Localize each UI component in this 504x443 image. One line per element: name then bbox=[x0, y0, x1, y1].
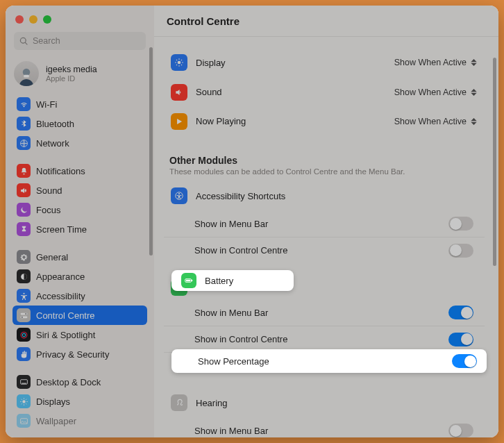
battery-highlight: Battery bbox=[171, 270, 294, 291]
sidebar-item-wallpaper[interactable]: Wallpaper bbox=[12, 411, 147, 431]
display-row[interactable]: Display Show When Active bbox=[164, 48, 485, 77]
battery-cc-toggle[interactable] bbox=[448, 333, 473, 346]
battery-menubar-toggle[interactable] bbox=[448, 306, 473, 319]
sidebar-item-network[interactable]: Network bbox=[12, 133, 147, 153]
hearing-header: Hearing bbox=[164, 388, 485, 417]
gear-icon bbox=[19, 253, 28, 262]
sidebar-item-wifi[interactable]: Wi-Fi bbox=[12, 94, 147, 114]
play-icon bbox=[174, 117, 184, 126]
sidebar-item-label: Wallpaper bbox=[36, 416, 76, 426]
wifi-icon bbox=[19, 100, 28, 109]
svg-point-0 bbox=[23, 69, 31, 76]
search-placeholder: Search bbox=[33, 36, 60, 46]
svg-rect-12 bbox=[22, 383, 26, 383]
svg-line-29 bbox=[181, 65, 182, 65]
sidebar-item-label: Sound bbox=[36, 185, 62, 196]
sidebar-item-displays[interactable]: Displays bbox=[12, 392, 147, 411]
svg-line-30 bbox=[181, 60, 182, 60]
always-show-panel: Display Show When Active Sound Show When… bbox=[164, 48, 485, 135]
profile-name: igeeks media bbox=[46, 65, 97, 74]
sidebar-item-label: Wi-Fi bbox=[36, 99, 57, 110]
minimize-window-button[interactable] bbox=[29, 15, 37, 24]
bell-icon bbox=[19, 167, 28, 176]
apple-id-profile[interactable]: igeeks media Apple ID bbox=[6, 57, 154, 94]
accessibility-menubar-row: Show in Menu Bar bbox=[164, 210, 485, 237]
maximize-window-button[interactable] bbox=[43, 15, 51, 24]
sidebar-item-notifications[interactable]: Notifications bbox=[12, 161, 147, 181]
content-scroll[interactable]: Display Show When Active Sound Show When… bbox=[154, 37, 498, 437]
other-modules-heading: Other Modules These modules can be added… bbox=[154, 148, 490, 177]
sound-dropdown[interactable]: Show When Active bbox=[394, 87, 478, 97]
svg-line-28 bbox=[176, 60, 177, 60]
sidebar-item-label: Desktop & Dock bbox=[36, 377, 101, 387]
row-label: Sound bbox=[196, 87, 386, 97]
sidebar-list: Wi-Fi Bluetooth Network Notifications So… bbox=[6, 94, 154, 437]
nowplaying-dropdown[interactable]: Show When Active bbox=[394, 117, 478, 126]
sidebar-item-sound[interactable]: Sound bbox=[12, 181, 147, 200]
sound-row[interactable]: Sound Show When Active bbox=[164, 77, 485, 106]
sidebar-item-appearance[interactable]: Appearance bbox=[12, 267, 147, 286]
svg-rect-36 bbox=[192, 280, 192, 281]
accessibility-header: Accessibility Shortcuts bbox=[164, 181, 485, 210]
content-scrollbar[interactable] bbox=[493, 58, 496, 266]
speaker-icon bbox=[19, 186, 28, 195]
svg-rect-1 bbox=[24, 75, 29, 78]
sidebar-item-siri[interactable]: Siri & Spotlight bbox=[12, 325, 147, 344]
sidebar-item-label: Displays bbox=[36, 396, 70, 407]
display-dropdown[interactable]: Show When Active bbox=[394, 58, 478, 67]
accessibility-cc-row: Show in Control Centre bbox=[164, 237, 485, 263]
sidebar-item-label: Notifications bbox=[36, 166, 85, 176]
sidebar-item-label: Bluetooth bbox=[36, 119, 74, 129]
appearance-icon bbox=[19, 272, 28, 281]
page-title: Control Centre bbox=[154, 6, 498, 37]
svg-line-18 bbox=[21, 399, 22, 399]
sidebar-item-focus[interactable]: Focus bbox=[12, 200, 147, 219]
accessibility-icon bbox=[174, 191, 184, 201]
svg-point-4 bbox=[23, 292, 24, 294]
sidebar-item-label: Siri & Spotlight bbox=[36, 330, 95, 340]
sidebar-item-general[interactable]: General bbox=[12, 247, 147, 267]
module-title: Hearing bbox=[196, 398, 478, 408]
sidebar-item-label: Focus bbox=[36, 205, 60, 215]
nowplaying-row[interactable]: Now Playing Show When Active bbox=[164, 106, 485, 135]
moon-icon bbox=[19, 206, 28, 215]
accessibility-cc-toggle[interactable] bbox=[448, 244, 473, 258]
bluetooth-icon bbox=[19, 119, 28, 128]
hearing-menubar-toggle[interactable] bbox=[448, 424, 473, 437]
module-title: Accessibility Shortcuts bbox=[196, 191, 478, 201]
sidebar-scrollbar[interactable] bbox=[149, 47, 153, 256]
hand-icon bbox=[19, 350, 28, 359]
search-input[interactable]: Search bbox=[14, 32, 146, 50]
search-icon bbox=[19, 37, 28, 46]
sidebar-item-screentime[interactable]: Screen Time bbox=[12, 219, 147, 239]
accessibility-menubar-toggle[interactable] bbox=[448, 217, 473, 231]
speaker-icon bbox=[174, 87, 184, 97]
show-percentage-toggle[interactable] bbox=[452, 354, 477, 368]
ear-icon bbox=[174, 398, 184, 408]
close-window-button[interactable] bbox=[15, 15, 24, 24]
row-label: Display bbox=[196, 58, 386, 68]
hearing-menubar-row: Show in Menu Bar bbox=[164, 417, 485, 437]
accessibility-module: Accessibility Shortcuts Show in Menu Bar… bbox=[164, 181, 485, 263]
chevron-updown-icon bbox=[471, 58, 478, 67]
svg-point-23 bbox=[178, 61, 181, 65]
svg-line-19 bbox=[26, 403, 26, 404]
brightness-icon bbox=[174, 58, 184, 67]
sidebar-item-label: Appearance bbox=[36, 271, 85, 282]
show-percentage-label: Show Percentage bbox=[198, 356, 269, 367]
chevron-updown-icon bbox=[471, 117, 478, 126]
sidebar-item-accessibility[interactable]: Accessibility bbox=[12, 286, 147, 306]
sidebar-item-control-centre[interactable]: Control Centre bbox=[12, 306, 147, 325]
svg-point-6 bbox=[25, 312, 26, 314]
svg-point-9 bbox=[21, 332, 27, 338]
svg-point-8 bbox=[21, 316, 22, 317]
sidebar-item-privacy[interactable]: Privacy & Security bbox=[12, 344, 147, 364]
sidebar-item-bluetooth[interactable]: Bluetooth bbox=[12, 114, 147, 133]
sidebar-item-desktop-dock[interactable]: Desktop & Dock bbox=[12, 372, 147, 392]
row-label: Now Playing bbox=[196, 116, 386, 126]
show-percentage-highlight: Show Percentage bbox=[171, 349, 487, 373]
battery-menubar-row: Show in Menu Bar bbox=[164, 299, 485, 326]
profile-sub: Apple ID bbox=[46, 74, 97, 83]
battery-cc-row: Show in Control Centre bbox=[164, 326, 485, 352]
svg-rect-35 bbox=[186, 280, 190, 281]
